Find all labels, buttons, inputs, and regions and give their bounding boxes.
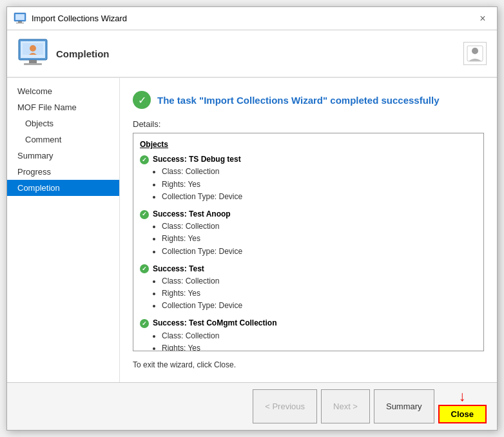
svg-rect-8 (24, 63, 42, 65)
sidebar: Welcome MOF File Name Objects Comment Su… (7, 78, 120, 382)
item-detail-1: Class: Collection Rights: Yes Collection… (140, 166, 477, 203)
title-bar-left: Import Collections Wizard (14, 12, 127, 25)
details-label: Details: (133, 119, 484, 129)
previous-button[interactable]: < Previous (253, 389, 317, 423)
item-success-1: ✓ Success: TS Debug test (140, 153, 477, 166)
close-button-wrapper: ↓ Close (438, 389, 487, 423)
header-title: Completion (56, 48, 110, 59)
item-detail-3: Class: Collection Rights: Yes Collection… (140, 275, 477, 313)
check-icon-1: ✓ (140, 155, 149, 164)
check-icon-2: ✓ (140, 210, 149, 219)
item-success-4: ✓ Success: Test CoMgmt Collection (140, 317, 477, 329)
close-button[interactable]: Close (438, 405, 487, 423)
summary-button[interactable]: Summary (374, 389, 434, 423)
sidebar-item-progress[interactable]: Progress (7, 164, 119, 180)
exit-text: To exit the wizard, click Close. (133, 360, 484, 369)
success-message: The task "Import Collections Wizard" com… (157, 95, 440, 106)
list-item: ✓ Success: Test Class: Collection Rights… (140, 263, 477, 313)
dialog-title: Import Collections Wizard (32, 14, 127, 23)
svg-point-9 (30, 45, 36, 52)
title-bar: Import Collections Wizard × (7, 7, 497, 30)
sidebar-item-welcome[interactable]: Welcome (7, 83, 119, 99)
header-user-icon (463, 42, 487, 65)
list-item: ✓ Success: Test CoMgmt Collection Class:… (140, 317, 477, 351)
item-success-2: ✓ Success: Test Anoop (140, 208, 477, 220)
sidebar-item-mof-file-name[interactable]: MOF File Name (7, 99, 119, 115)
header-section: Completion (7, 30, 497, 78)
item-detail-4: Class: Collection Rights: Yes Collection… (140, 330, 477, 351)
import-collections-wizard: Import Collections Wizard × Completion (6, 6, 498, 431)
success-row: ✓ The task "Import Collections Wizard" c… (133, 91, 484, 109)
details-box[interactable]: Objects ✓ Success: TS Debug test Class: … (133, 133, 484, 351)
main-content: ✓ The task "Import Collections Wizard" c… (120, 78, 497, 382)
list-item: ✓ Success: Test Anoop Class: Collection … (140, 208, 477, 258)
svg-point-10 (472, 48, 478, 54)
item-success-3: ✓ Success: Test (140, 263, 477, 275)
red-arrow-icon: ↓ (459, 389, 466, 403)
header-left: Completion (17, 38, 110, 69)
check-icon-4: ✓ (140, 319, 149, 328)
next-button[interactable]: Next > (321, 389, 370, 423)
list-item: ✓ Success: TS Debug test Class: Collecti… (140, 153, 477, 203)
success-icon: ✓ (133, 91, 151, 109)
item-detail-2: Class: Collection Rights: Yes Collection… (140, 220, 477, 258)
check-icon-3: ✓ (140, 264, 149, 273)
svg-rect-3 (16, 23, 24, 24)
sidebar-item-completion[interactable]: Completion (7, 180, 119, 196)
header-computer-icon (17, 38, 48, 69)
objects-title: Objects (140, 139, 477, 151)
wizard-icon (14, 12, 26, 25)
body-section: Welcome MOF File Name Objects Comment Su… (7, 78, 497, 382)
sidebar-item-objects[interactable]: Objects (7, 115, 119, 131)
svg-rect-7 (29, 60, 37, 63)
dialog-close-button[interactable]: × (475, 11, 490, 26)
svg-rect-1 (15, 14, 24, 20)
sidebar-item-comment[interactable]: Comment (7, 131, 119, 148)
svg-rect-2 (18, 21, 22, 23)
sidebar-item-summary[interactable]: Summary (7, 148, 119, 164)
footer: < Previous Next > Summary ↓ Close (7, 382, 497, 430)
